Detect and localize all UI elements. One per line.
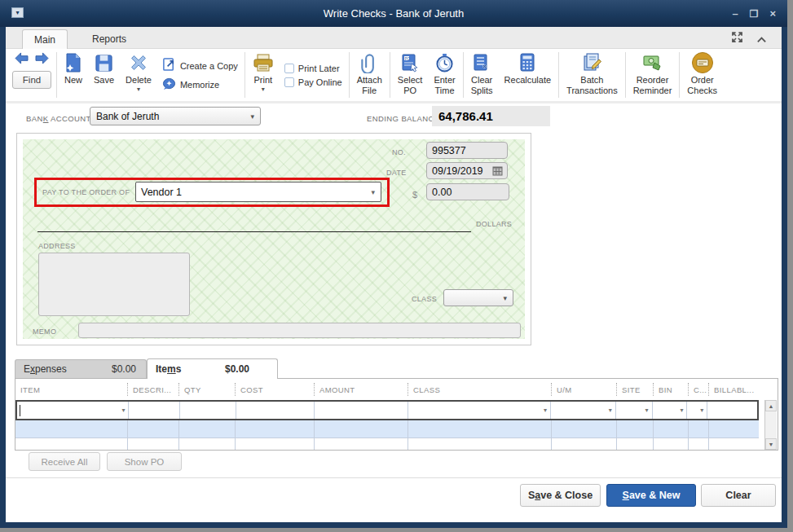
cell-description[interactable]: [127, 438, 178, 450]
bank-account-dropdown[interactable]: Bank of Jeruth ▾: [90, 107, 261, 125]
select-po-icon: PO: [400, 52, 420, 73]
cell-site[interactable]: [616, 438, 653, 450]
recalculate-button[interactable]: Recalculate: [499, 49, 557, 101]
cell-bin[interactable]: [653, 438, 688, 450]
cell-class[interactable]: [408, 438, 551, 450]
tab-expenses[interactable]: Expenses $0.00: [15, 359, 147, 378]
column-header-qty: QTY: [178, 383, 235, 396]
receive-all-button[interactable]: Receive All: [29, 452, 100, 471]
items-amount: $0.00: [225, 363, 249, 375]
cell-dropdown-caret-icon[interactable]: ▾: [609, 407, 612, 414]
memorize-button[interactable]: Memorize: [162, 77, 238, 92]
check-number-field[interactable]: 995377: [426, 142, 508, 159]
cell-billable[interactable]: [707, 402, 757, 419]
create-a-copy-button[interactable]: Create a Copy: [162, 58, 238, 73]
cell-site[interactable]: ▾: [615, 402, 652, 419]
cell-dropdown-caret-icon[interactable]: ▾: [645, 407, 649, 414]
cell-amount[interactable]: [314, 438, 408, 450]
table-row: [15, 438, 759, 450]
cell-qty[interactable]: [178, 420, 235, 437]
back-arrow-icon[interactable]: [14, 52, 29, 68]
date-field[interactable]: 09/19/2019: [426, 162, 508, 179]
minimize-button[interactable]: –: [732, 7, 738, 20]
cell-class[interactable]: [408, 420, 551, 437]
cell-item[interactable]: [15, 420, 127, 437]
cell-c[interactable]: [688, 438, 708, 450]
tab-main[interactable]: Main: [22, 29, 68, 50]
class-dropdown[interactable]: ▾: [443, 289, 513, 306]
pay-online-checkbox[interactable]: Pay Online: [284, 77, 342, 87]
cell-c[interactable]: ▾: [686, 402, 707, 419]
print-later-checkbox[interactable]: Print Later: [284, 64, 342, 73]
cell-dropdown-caret-icon[interactable]: ▾: [121, 407, 125, 414]
cell-description[interactable]: [127, 420, 178, 437]
amount-words-line[interactable]: [37, 231, 471, 232]
save-button[interactable]: Save: [88, 49, 120, 101]
save-and-close-button[interactable]: Save & Close: [520, 484, 601, 507]
address-box[interactable]: [38, 253, 190, 316]
cell-um[interactable]: [551, 420, 616, 437]
clear-splits-button[interactable]: ClearSplits: [465, 49, 499, 101]
cell-dropdown-caret-icon[interactable]: ▾: [680, 407, 683, 414]
scroll-up-icon[interactable]: ▲: [765, 400, 777, 411]
cell-bin[interactable]: ▾: [652, 402, 687, 419]
cell-amount[interactable]: [314, 420, 408, 437]
delete-dropdown-caret-icon[interactable]: ▾: [137, 86, 140, 93]
cell-description[interactable]: [128, 402, 179, 419]
column-header-amount: AMOUNT: [314, 383, 408, 396]
delete-button[interactable]: Delete ▾: [120, 49, 157, 101]
cell-item[interactable]: ▾: [17, 402, 128, 419]
clear-button[interactable]: Clear: [701, 484, 776, 507]
tab-items[interactable]: Items $0.00: [147, 358, 278, 379]
cell-bin[interactable]: [653, 420, 688, 437]
reorder-reminder-button[interactable]: ReorderReminder: [628, 49, 678, 101]
cell-qty[interactable]: [178, 438, 235, 450]
pay-to-dropdown[interactable]: Vendor 1 ▾: [135, 182, 381, 202]
cell-um[interactable]: [551, 438, 616, 450]
table-scrollbar[interactable]: ▲ ▼: [764, 400, 777, 450]
close-button[interactable]: ×: [769, 7, 776, 20]
cell-billable[interactable]: [708, 420, 759, 437]
attach-file-button[interactable]: AttachFile: [351, 49, 388, 101]
cell-cost[interactable]: [236, 402, 315, 419]
show-po-button[interactable]: Show PO: [107, 452, 182, 471]
batch-transactions-button[interactable]: BatchTransactions: [561, 49, 623, 101]
maximize-button[interactable]: ❒: [750, 8, 759, 20]
window-menu-icon[interactable]: ▾: [11, 7, 24, 18]
amount-field[interactable]: 0.00: [426, 183, 509, 200]
cell-class[interactable]: ▾: [408, 402, 550, 419]
dollars-label: DOLLARS: [476, 220, 512, 228]
text-cursor: [20, 405, 20, 416]
cell-cost[interactable]: [235, 438, 314, 450]
cell-amount[interactable]: [314, 402, 408, 419]
order-checks-button[interactable]: OrderChecks: [681, 49, 723, 101]
new-button[interactable]: New: [59, 49, 88, 101]
forward-arrow-icon[interactable]: [34, 52, 50, 68]
write-checks-window: ▾ Write Checks - Bank of Jeruth – ❒ × Ma…: [0, 0, 787, 528]
find-button[interactable]: Find: [12, 71, 51, 89]
select-po-button[interactable]: PO SelectPO: [392, 49, 429, 101]
memo-field[interactable]: [78, 323, 521, 338]
cell-dropdown-caret-icon[interactable]: ▾: [544, 407, 547, 414]
tab-reports[interactable]: Reports: [81, 29, 138, 49]
scroll-down-icon[interactable]: ▼: [765, 438, 777, 450]
cell-c[interactable]: [688, 420, 708, 437]
calendar-icon[interactable]: [492, 166, 503, 178]
save-and-new-button[interactable]: Save & New: [606, 484, 696, 507]
print-dropdown-caret-icon[interactable]: ▾: [262, 86, 265, 93]
cell-um[interactable]: ▾: [550, 402, 615, 419]
collapse-ribbon-icon[interactable]: [756, 32, 767, 46]
column-header-item: ITEM: [15, 383, 127, 396]
cell-item[interactable]: [15, 438, 127, 450]
enter-time-button[interactable]: EnterTime: [428, 49, 460, 101]
cell-dropdown-caret-icon[interactable]: ▾: [700, 407, 703, 414]
print-button[interactable]: Print ▾: [247, 49, 280, 101]
expand-window-icon[interactable]: [731, 31, 743, 46]
new-document-icon: [64, 52, 82, 73]
cell-qty[interactable]: [179, 402, 236, 419]
cell-site[interactable]: [616, 420, 653, 437]
cell-cost[interactable]: [235, 420, 314, 437]
footer-divider: [6, 477, 782, 478]
cell-billable[interactable]: [708, 438, 759, 450]
column-header-site: SITE: [616, 383, 653, 396]
